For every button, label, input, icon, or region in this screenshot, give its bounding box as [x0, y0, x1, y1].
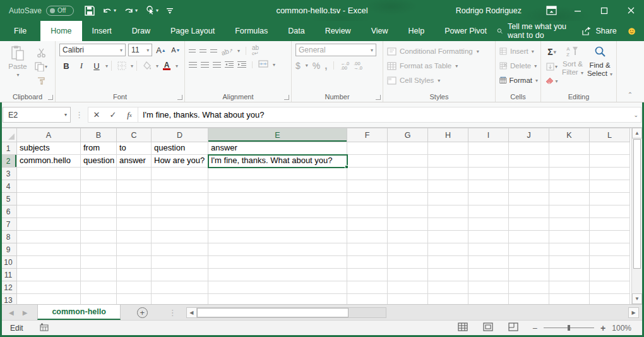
ribbon-display-options-button[interactable]: [538, 0, 564, 21]
horizontal-scrollbar[interactable]: ◀: [186, 307, 386, 318]
tab-home[interactable]: Home: [40, 21, 81, 41]
cell-K12[interactable]: [549, 281, 590, 294]
cell-H2[interactable]: [428, 155, 468, 168]
cell-G12[interactable]: [388, 281, 428, 294]
decrease-font-size-button[interactable]: A▼: [170, 44, 182, 56]
minimize-button[interactable]: [564, 0, 591, 21]
sheet-nav-left-icon[interactable]: ◀: [9, 309, 14, 316]
cell-B1[interactable]: from: [81, 142, 117, 155]
cell-E6[interactable]: [208, 205, 347, 218]
cell-J3[interactable]: [509, 168, 549, 180]
top-align-icon[interactable]: [189, 49, 196, 52]
cell-J13[interactable]: [509, 294, 549, 305]
autosave-toggle[interactable]: AutoSave Off: [9, 6, 74, 16]
cell-K5[interactable]: [549, 193, 590, 205]
tab-power-pivot[interactable]: Power Pivot: [434, 21, 497, 41]
cell-G13[interactable]: [388, 294, 428, 305]
cell-D8[interactable]: [152, 231, 208, 243]
cell-A13[interactable]: [17, 294, 81, 305]
cell-C6[interactable]: [117, 205, 152, 218]
vertical-scroll-thumb[interactable]: [633, 139, 641, 269]
cell-C12[interactable]: [117, 281, 152, 294]
tab-data[interactable]: Data: [278, 21, 314, 41]
increase-indent-icon[interactable]: [237, 61, 246, 70]
cell-F7[interactable]: [347, 218, 388, 231]
cell-E7[interactable]: [208, 218, 347, 231]
cell-G4[interactable]: [388, 180, 428, 193]
cell-E12[interactable]: [208, 281, 347, 294]
cell-D6[interactable]: [152, 205, 208, 218]
cell-B13[interactable]: [81, 294, 117, 305]
tab-insert[interactable]: Insert: [82, 21, 122, 41]
cell-F9[interactable]: [347, 243, 388, 256]
insert-cells-button[interactable]: Insert ▾: [499, 45, 538, 58]
cell-H3[interactable]: [428, 168, 468, 180]
tab-draw[interactable]: Draw: [122, 21, 160, 41]
row-header-13[interactable]: 13: [0, 294, 17, 305]
cell-B10[interactable]: [81, 256, 117, 269]
row-header-3[interactable]: 3: [0, 168, 17, 180]
cell-F5[interactable]: [347, 193, 388, 205]
select-all-corner[interactable]: [0, 128, 17, 142]
find-select-button[interactable]: Find &Select ▾: [587, 44, 613, 91]
orientation-button[interactable]: ab↗: [220, 46, 234, 57]
cell-L13[interactable]: [590, 294, 630, 305]
vertical-scrollbar[interactable]: ▲ ▼: [631, 128, 642, 304]
tab-help[interactable]: Help: [398, 21, 435, 41]
cell-D4[interactable]: [152, 180, 208, 193]
cell-A7[interactable]: [17, 218, 81, 231]
borders-caret-icon[interactable]: ▾: [131, 63, 133, 69]
redo-button[interactable]: ▾: [122, 5, 140, 16]
cell-H1[interactable]: [428, 142, 468, 155]
cell-J9[interactable]: [509, 243, 549, 256]
cell-G8[interactable]: [388, 231, 428, 243]
cell-H8[interactable]: [428, 231, 468, 243]
cell-F4[interactable]: [347, 180, 388, 193]
cell-D1[interactable]: question: [152, 142, 208, 155]
cell-I9[interactable]: [468, 243, 509, 256]
number-dialog-launcher-icon[interactable]: [376, 95, 381, 100]
cell-D2[interactable]: How are you?: [152, 155, 208, 168]
scroll-down-icon[interactable]: ▼: [632, 293, 642, 304]
align-right-icon[interactable]: [213, 62, 221, 68]
column-header-D[interactable]: D: [152, 128, 208, 142]
cell-C3[interactable]: [117, 168, 152, 180]
font-color-caret-icon[interactable]: ▾: [176, 63, 178, 69]
cell-E13[interactable]: [208, 294, 347, 305]
cell-K3[interactable]: [549, 168, 590, 180]
cell-J11[interactable]: [509, 269, 549, 281]
column-header-J[interactable]: J: [509, 128, 549, 142]
bold-button[interactable]: B: [59, 59, 73, 72]
cut-button[interactable]: [34, 46, 48, 59]
name-box[interactable]: E2 ▾: [3, 107, 71, 123]
currency-caret-icon[interactable]: ▾: [306, 63, 308, 68]
format-cells-button[interactable]: Format ▾: [499, 74, 538, 87]
cell-styles-button[interactable]: Cell Styles ▾: [387, 74, 492, 87]
normal-view-button[interactable]: [458, 322, 468, 333]
percent-format-button[interactable]: %: [313, 61, 320, 71]
user-name[interactable]: Rodrigo Rodriguez: [456, 6, 522, 15]
column-header-L[interactable]: L: [590, 128, 630, 142]
zoom-out-button[interactable]: −: [532, 323, 537, 333]
tell-me-box[interactable]: Tell me what you want to do: [497, 22, 570, 40]
cell-K10[interactable]: [549, 256, 590, 269]
column-header-E[interactable]: E: [208, 128, 347, 142]
cell-F13[interactable]: [347, 294, 388, 305]
row-header-4[interactable]: 4: [0, 180, 17, 193]
cell-A9[interactable]: [17, 243, 81, 256]
cell-B5[interactable]: [81, 193, 117, 205]
cell-A6[interactable]: [17, 205, 81, 218]
zoom-slider-knob[interactable]: [568, 325, 570, 331]
cell-K2[interactable]: [549, 155, 590, 168]
column-header-G[interactable]: G: [388, 128, 428, 142]
cell-A3[interactable]: [17, 168, 81, 180]
cell-L2[interactable]: [590, 155, 630, 168]
cell-K4[interactable]: [549, 180, 590, 193]
feedback-smiley-icon[interactable]: [628, 26, 635, 37]
underline-caret-icon[interactable]: ▾: [105, 63, 108, 69]
align-left-icon[interactable]: [189, 62, 197, 68]
scroll-left-icon[interactable]: ◀: [186, 307, 197, 318]
cell-A4[interactable]: [17, 180, 81, 193]
cell-H5[interactable]: [428, 193, 468, 205]
cell-J10[interactable]: [509, 256, 549, 269]
